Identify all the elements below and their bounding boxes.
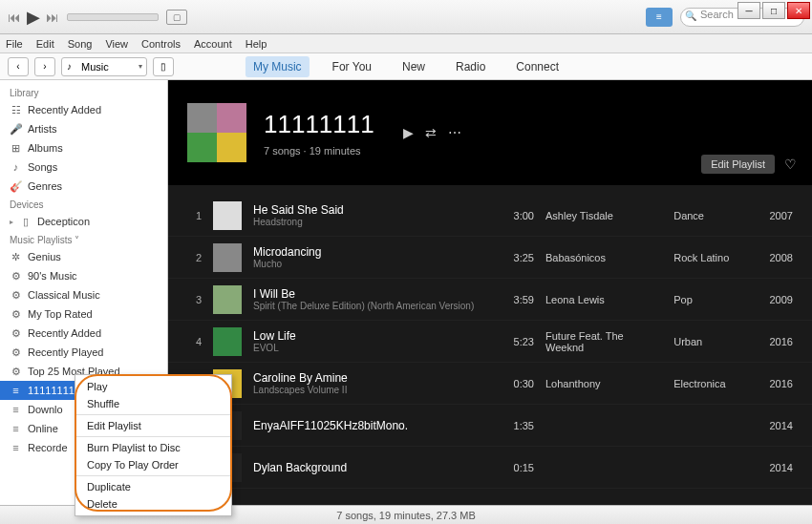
sidebar-item-decepticon[interactable]: ▸▯Decepticon xyxy=(0,212,167,231)
sidebar-item-my-top-rated[interactable]: ⚙My Top Rated xyxy=(0,304,167,324)
track-genre: Rock Latino xyxy=(673,252,745,263)
menu-account[interactable]: Account xyxy=(194,38,232,50)
track-row[interactable]: EnyaAIFF11025KHz8bitMono.1:352014 xyxy=(168,405,812,447)
track-album: Headstrong xyxy=(253,217,486,227)
tab-radio[interactable]: Radio xyxy=(448,56,493,77)
main-content: 11111111 7 songs · 19 minutes ▶ ⇄ ⋯ Edit… xyxy=(168,80,812,505)
track-duration: 1:35 xyxy=(498,420,534,431)
play-playlist-icon[interactable]: ▶ xyxy=(403,125,414,140)
forward-button[interactable]: › xyxy=(34,57,55,76)
track-artist: Babasónicos xyxy=(545,252,662,263)
track-row[interactable]: 1He Said She SaidHeadstrong3:00Ashley Ti… xyxy=(168,195,812,237)
track-number: 3 xyxy=(187,294,202,305)
play-icon[interactable]: ▶ xyxy=(27,7,40,28)
playlist-title: 11111111 xyxy=(264,110,374,139)
track-row[interactable]: 4Low LifeEVOL5:23Future Feat. The Weeknd… xyxy=(168,321,812,363)
track-row[interactable]: Dylan Background0:152014 xyxy=(168,447,812,489)
next-track-icon[interactable]: ⏭ xyxy=(46,10,59,25)
context-duplicate[interactable]: Duplicate xyxy=(75,478,231,495)
back-button[interactable]: ‹ xyxy=(8,57,29,76)
menu-file[interactable]: File xyxy=(6,38,23,50)
sidebar-item-label: Songs xyxy=(28,161,57,173)
sidebar-item-recently-played[interactable]: ⚙Recently Played xyxy=(0,343,167,362)
media-dropdown[interactable]: Music xyxy=(61,57,147,76)
sidebar-icon: ⚙ xyxy=(10,327,22,340)
more-icon[interactable]: ⋯ xyxy=(448,125,461,140)
playlist-artwork xyxy=(187,103,246,162)
sidebar-icon: ▯ xyxy=(19,216,32,228)
track-duration: 3:00 xyxy=(498,210,534,221)
airplay-button[interactable]: ▢ xyxy=(166,10,187,25)
track-artwork xyxy=(213,243,242,272)
track-duration: 5:23 xyxy=(498,336,534,347)
context-burn-playlist-to-disc[interactable]: Burn Playlist to Disc xyxy=(75,439,231,456)
track-number: 4 xyxy=(187,336,202,347)
context-menu: PlayShuffleEdit PlaylistBurn Playlist to… xyxy=(75,374,232,516)
sidebar-icon: 🎸 xyxy=(10,180,22,193)
sidebar-item-songs[interactable]: ♪Songs xyxy=(0,157,167,177)
sidebar-item-label: Genres xyxy=(28,180,62,192)
sidebar-icon: ⚙ xyxy=(10,270,22,283)
menu-view[interactable]: View xyxy=(105,38,128,50)
sidebar-item-recently-added[interactable]: ⚙Recently Added xyxy=(0,324,167,343)
minimize-button[interactable]: ─ xyxy=(737,2,760,19)
track-artwork xyxy=(213,201,242,230)
sidebar-item-recently-added[interactable]: ☷Recently Added xyxy=(0,100,167,119)
track-duration: 3:25 xyxy=(498,252,534,263)
track-year: 2016 xyxy=(757,378,793,389)
sidebar-icon: ⚙ xyxy=(10,346,22,359)
menu-song[interactable]: Song xyxy=(68,38,93,50)
tab-connect[interactable]: Connect xyxy=(508,56,566,77)
track-row[interactable]: 5Caroline By AmineLandscapes Volume II0:… xyxy=(168,363,812,405)
sidebar-item-genres[interactable]: 🎸Genres xyxy=(0,177,167,196)
menubar: FileEditSongViewControlsAccountHelp xyxy=(0,34,812,53)
context-play[interactable]: Play xyxy=(75,378,231,395)
tab-for-you[interactable]: For You xyxy=(325,56,379,77)
sidebar-icon: ⚙ xyxy=(10,289,22,302)
sidebar-item-90-s-music[interactable]: ⚙90's Music xyxy=(0,266,167,285)
context-edit-playlist[interactable]: Edit Playlist xyxy=(75,417,231,434)
close-button[interactable]: ✕ xyxy=(787,2,810,19)
track-row[interactable]: 3I Will BeSpirit (The Deluxe Edition) (N… xyxy=(168,279,812,321)
track-album: Spirit (The Deluxe Edition) (North Ameri… xyxy=(253,301,486,311)
track-year: 2009 xyxy=(757,294,793,305)
context-copy-to-play-order[interactable]: Copy To Play Order xyxy=(75,456,231,473)
tab-my-music[interactable]: My Music xyxy=(246,56,310,77)
track-year: 2007 xyxy=(757,210,793,221)
shuffle-icon[interactable]: ⇄ xyxy=(425,125,437,140)
track-row[interactable]: 2MicrodancingMucho3:25BabasónicosRock La… xyxy=(168,237,812,279)
volume-slider[interactable] xyxy=(67,13,159,21)
sidebar-item-label: Recently Added xyxy=(28,327,101,339)
tab-new[interactable]: New xyxy=(395,56,433,77)
menu-help[interactable]: Help xyxy=(246,38,267,50)
menu-edit[interactable]: Edit xyxy=(36,38,54,50)
sidebar-item-label: Albums xyxy=(28,142,63,154)
maximize-button[interactable]: □ xyxy=(762,2,785,19)
device-button[interactable]: ▯ xyxy=(153,57,174,76)
edit-playlist-button[interactable]: Edit Playlist xyxy=(701,155,775,174)
context-delete[interactable]: Delete xyxy=(75,495,231,513)
track-genre: Pop xyxy=(673,294,745,305)
sidebar-item-label: Genius xyxy=(28,251,61,262)
sidebar-item-genius[interactable]: ✲Genius xyxy=(0,247,167,266)
sidebar-item-classical-music[interactable]: ⚙Classical Music xyxy=(0,285,167,304)
context-shuffle[interactable]: Shuffle xyxy=(75,395,231,412)
sidebar-icon: ≡ xyxy=(10,385,22,396)
sidebar-item-artists[interactable]: 🎤Artists xyxy=(0,119,167,138)
menu-controls[interactable]: Controls xyxy=(141,38,181,50)
track-number: 1 xyxy=(187,210,202,221)
track-number: 2 xyxy=(187,252,202,263)
sidebar-item-label: Decepticon xyxy=(37,216,90,227)
sidebar-icon: ⊞ xyxy=(10,142,22,155)
track-artist: Lohanthony xyxy=(545,378,662,389)
track-title: He Said She Said xyxy=(253,203,486,217)
sidebar-icon: ⚙ xyxy=(10,308,22,321)
heart-icon[interactable]: ♡ xyxy=(784,157,797,172)
list-view-button[interactable]: ≡ xyxy=(646,8,673,27)
track-genre: Urban xyxy=(673,336,745,347)
sidebar-icon: ♪ xyxy=(10,161,22,173)
track-artist: Leona Lewis xyxy=(545,294,662,305)
sidebar-item-albums[interactable]: ⊞Albums xyxy=(0,138,167,157)
track-genre: Electronica xyxy=(673,378,745,389)
prev-track-icon[interactable]: ⏮ xyxy=(8,10,21,25)
